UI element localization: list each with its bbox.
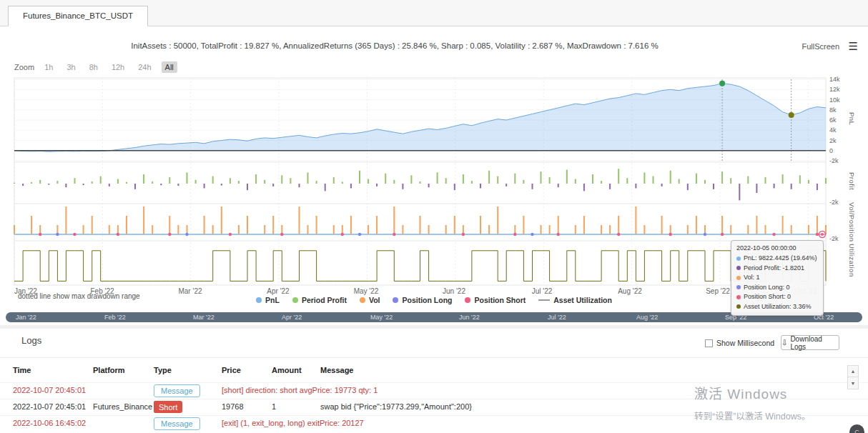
tooltip-row-period-profit: Period Profit: -1.8201 [736,264,818,274]
tooltip-row-asset-utilization: Asset Utilization: 3.36% [736,302,818,312]
zoom-option-8h[interactable]: 8h [86,61,102,73]
tab-bar: Futures_Binance_BTC_USDT [0,0,868,26]
position-long-dot-icon [736,285,741,289]
legend-item-position-short[interactable]: Position Short [465,296,526,304]
short-badge: Short [154,401,182,413]
log-message: swap bid {"Price":19773.299,"Amount":200… [320,402,472,411]
position-short-dot-icon [465,297,470,303]
x-axis-label: Apr '22 [267,287,289,295]
x-axis-label: May '22 [354,287,379,295]
legend-item-pnl[interactable]: PnL [256,296,280,304]
fullscreen-button[interactable]: FullScreen [802,42,839,51]
checkbox-icon[interactable] [705,339,713,347]
zoom-option-1h[interactable]: 1h [41,61,56,73]
show-millisecond-checkbox[interactable]: Show Millisecond [705,339,774,347]
log-message: [short] direction: short avgPrice: 19773… [222,386,378,394]
position-long-dot-icon [393,297,398,303]
tooltip-row-position-short: Position Short: 0 [736,292,818,302]
zoom-option-24h[interactable]: 24h [134,61,154,73]
svg-text:12k: 12k [829,86,840,93]
panel-label-profit: Profit [848,172,856,190]
legend-label: Position Long [402,296,452,304]
header-type: Type [154,366,172,374]
backtest-page: Futures_Binance_BTC_USDT InitAssets : 50… [0,0,868,433]
scroll-down-button[interactable]: ▼ [847,377,859,389]
log-time: 2022-10-06 16:45:02 [13,419,86,427]
log-row[interactable]: 2022-10-07 20:45:01 Futures_Binance Sell… [0,399,868,415]
legend-label: PnL [265,296,280,304]
scroll-up-button[interactable]: ▲ [847,365,859,377]
navigator-month-label: Aug '22 [636,314,658,321]
chart-menu-icon[interactable]: ☰ [849,41,858,51]
message-badge: Message [154,417,200,430]
log-table-header: Time Platform Type Price Amount Message [0,366,868,380]
tooltip-row-vol: Vol: 1 [736,273,818,283]
svg-text:10k: 10k [829,96,840,104]
header-time: Time [13,366,31,374]
log-price: 19768 [222,402,244,411]
legend-label: Period Profit [302,296,347,304]
tooltip-title: 2022-10-05 00:00:00 [736,244,818,252]
period-profit-dot-icon [292,297,298,303]
log-row[interactable]: 2022-10-06 16:45:02 Message [exit] (1, e… [0,415,868,432]
svg-text:-2k: -2k [829,157,839,164]
zoom-controls: Zoom 1h 3h 8h 12h 24h All [14,61,177,73]
legend-item-period-profit[interactable]: Period Profit [292,296,347,304]
panel-label-utilization: Utilization [848,244,856,277]
legend-item-position-long[interactable]: Position Long [393,296,452,304]
download-logs-button[interactable]: ⇩ Download Logs [781,335,839,350]
log-time: 2022-10-07 20:45:01 [13,386,86,394]
section-divider [0,325,868,329]
panel-label-vol-position: Vol/Position [848,202,856,242]
zoom-option-3h[interactable]: 3h [63,61,79,73]
x-axis-label: Aug '22 [618,287,642,295]
zoom-option-12h[interactable]: 12h [108,61,128,73]
vol-dot-icon [736,276,741,280]
legend-label: Asset Utilization [553,296,612,304]
x-axis-label: Mar '22 [178,287,202,295]
svg-text:0: 0 [829,147,833,154]
logs-title: Logs [21,335,41,346]
utilization-dot-icon [736,304,741,309]
log-platform: Futures_Binance [93,402,152,411]
header-amount: Amount [272,366,302,374]
navigator-month-label: Jan '22 [16,314,36,321]
download-logs-label: Download Logs [790,335,839,351]
position-short-dot-icon [736,295,741,299]
header-platform: Platform [93,366,125,374]
legend-label: Vol [369,296,380,304]
svg-text:2k: 2k [829,137,837,144]
log-amount: 1 [272,402,276,411]
table-scrollbar[interactable]: ▲ ▼ [847,365,859,389]
svg-text:8k: 8k [829,106,837,114]
legend-label: Position Short [474,296,526,304]
svg-text:6k: 6k [829,116,837,124]
navigator-month-label: Jul '22 [548,314,566,321]
period-profit-dot-icon [736,266,741,270]
log-row[interactable]: 2022-10-07 20:45:01 Message [short] dire… [0,382,868,399]
show-millisecond-label: Show Millisecond [716,339,774,347]
log-message: [exit] (1, exit_long, long) exitPrice: 2… [222,419,364,427]
legend-item-asset-utilization[interactable]: Asset Utilization [538,296,612,304]
message-badge: Message [154,384,200,397]
tab-futures-binance-btc-usdt[interactable]: Futures_Binance_BTC_USDT [8,6,148,26]
pnl-dot-icon [256,297,262,303]
legend-item-vol[interactable]: Vol [360,296,380,304]
zoom-label: Zoom [14,63,34,71]
navigator-month-label: Apr '22 [282,314,302,321]
navigator-month-label: Feb '22 [104,314,126,321]
chart-tooltip: 2022-10-05 00:00:00 PnL: 9822.4425 (19.6… [731,240,824,316]
x-axis-label: Sep '22 [706,287,730,295]
vol-dot-icon [360,297,365,303]
drawdown-note: dotted line show max drawdown range [18,292,140,300]
utilization-line-icon [538,299,550,301]
header-price: Price [222,366,241,374]
svg-text:4k: 4k [829,126,837,134]
logs-divider [0,357,868,358]
svg-text:-2k: -2k [829,199,839,206]
navigator-month-label: Mar '22 [193,314,214,321]
download-icon: ⇩ [781,339,787,347]
svg-text:-2k: -2k [829,235,839,242]
zoom-option-all[interactable]: All [162,61,177,73]
header-message: Message [320,366,353,374]
